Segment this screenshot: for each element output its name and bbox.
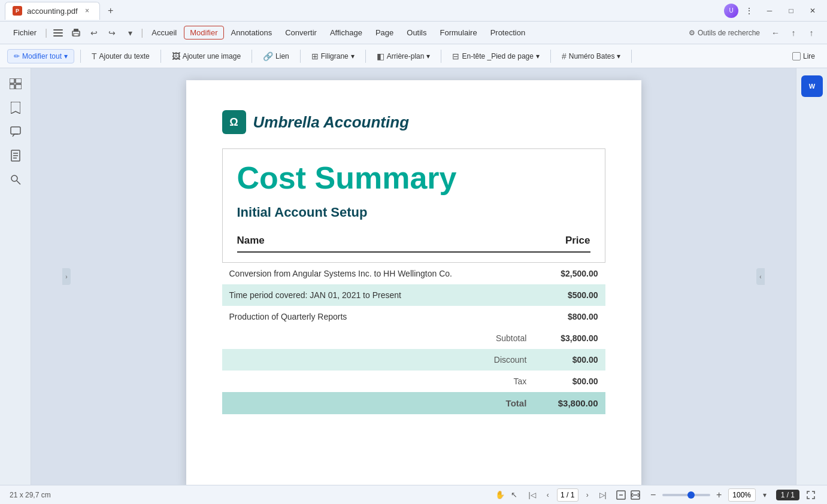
add-image-label: Ajouter une image [183,52,241,60]
sidebar-comment-icon[interactable] [5,121,26,142]
header-footer-button[interactable]: ⊟ En-tête _Pied de page ▾ [447,49,544,63]
header-footer-label: En-tête _Pied de page [462,52,533,60]
pdf-initial-account-setup: Initial Account Setup [237,205,590,220]
arrow-up-button[interactable]: ↑ [785,25,802,41]
table-row: Production of Quarterly Reports $800.00 [222,306,605,327]
menu-right-section: ⚙ Outils de recherche ← ↑ ↑ [684,25,820,41]
row-3-price: $800.00 [534,306,605,327]
svg-line-16 [17,181,20,184]
menu-convertir[interactable]: Convertir [279,26,323,40]
svg-rect-4 [74,29,78,32]
prev-page-button[interactable]: ‹ [541,488,555,502]
next-page-button[interactable]: › [581,488,594,502]
background-arrow-icon: ▾ [426,52,430,60]
close-tab-button[interactable]: × [83,6,92,16]
right-sidebar: W [796,68,827,485]
discount-label: Discount [222,349,534,371]
bates-button[interactable]: # Numéro Bates ▾ [557,49,626,63]
read-button[interactable]: Lire [787,50,820,63]
table-row: Time period covered: JAN 01, 2021 to Pre… [222,284,605,306]
maximize-button[interactable]: □ [781,2,801,19]
menu-affichage[interactable]: Affichage [324,26,368,40]
page-navigation: |◁ ‹ › ▷| [526,488,610,502]
svg-rect-2 [53,35,63,37]
add-image-button[interactable]: 🖼 Ajouter une image [167,49,246,63]
dropdown-button[interactable]: ▾ [122,25,138,41]
search-tools-button[interactable]: ⚙ Outils de recherche [684,26,765,40]
menu-protection[interactable]: Protection [484,26,532,40]
sidebar-toggle-button[interactable] [50,25,66,41]
dropdown-arrow-icon: ▾ [64,52,68,60]
background-icon: ◧ [377,51,384,61]
zoom-thumb[interactable] [687,491,695,499]
first-page-button[interactable]: |◁ [526,488,539,502]
link-button[interactable]: 🔗 Lien [258,49,294,63]
zoom-value-input[interactable] [728,488,756,502]
titlebar: P accounting.pdf × + U ⋮ ─ □ ✕ [0,0,827,22]
pdf-data-table: Conversion from Angular Systems Inc. to … [222,263,605,414]
new-tab-button[interactable]: + [102,2,119,19]
menu-page[interactable]: Page [369,26,399,40]
select-tool-button[interactable]: ↖ [508,488,521,502]
row-3-name: Production of Quarterly Reports [222,306,534,327]
total-value: $3,800.00 [534,392,605,414]
sidebar-bookmark-icon[interactable] [5,97,26,119]
print-button[interactable] [68,25,84,41]
pdf-logo-section: Ω Umbrella Accounting [222,110,605,134]
background-button[interactable]: ◧ Arrière-plan ▾ [372,49,435,63]
arrow-up2-button[interactable]: ↑ [803,25,820,41]
subtotal-row: Subtotal $3,800.00 [222,327,605,349]
page-dimensions: 21 x 29,7 cm [10,491,51,499]
pdf-title-box: Cost Summary Initial Account Setup Name … [222,148,605,263]
sidebar-pages-icon[interactable] [5,145,26,166]
background-label: Arrière-plan [387,52,425,60]
left-sidebar [0,68,31,485]
modify-all-button[interactable]: ✏ Modifier tout ▾ [7,49,74,63]
cursor-mode-buttons: ✋ ↖ [493,488,521,502]
expand-button[interactable] [804,488,817,502]
fit-page-button[interactable] [614,488,628,502]
total-label: Total [222,392,534,414]
zoom-dropdown-button[interactable]: ▾ [758,488,771,502]
minimize-button[interactable]: ─ [760,2,779,19]
undo-button[interactable]: ↩ [86,25,102,41]
zoom-out-button[interactable]: − [647,488,660,502]
zoom-in-button[interactable]: + [713,488,726,502]
browser-tab[interactable]: P accounting.pdf × [5,2,100,20]
menu-dots-button[interactable]: ⋮ [741,2,758,19]
toolbar: ✏ Modifier tout ▾ T Ajouter du texte 🖼 A… [0,44,827,68]
row-1-name: Conversion from Angular Systems Inc. to … [222,263,534,284]
file-menu[interactable]: Fichier [7,26,43,40]
menu-left-section: Fichier | ↩ ↪ ▾ [7,25,138,41]
menu-modifier[interactable]: Modifier [184,26,223,40]
close-window-button[interactable]: ✕ [803,2,822,19]
translate-button[interactable]: W [801,75,823,97]
titlebar-controls: U ⋮ ─ □ ✕ [724,2,822,19]
menu-annotations[interactable]: Annotations [225,26,278,40]
subtotal-label: Subtotal [222,327,534,349]
menu-accueil[interactable]: Accueil [146,26,183,40]
watermark-arrow-icon: ▾ [351,52,355,60]
fit-width-button[interactable] [629,488,642,502]
redo-button[interactable]: ↪ [104,25,120,41]
zoom-slider[interactable] [662,494,710,496]
last-page-button[interactable]: ▷| [596,488,610,502]
page-number-input[interactable] [557,488,578,502]
arrow-left-button[interactable]: ← [767,25,784,41]
link-icon: 🔗 [263,51,273,61]
toolbar-right: Lire [787,50,820,63]
sidebar-search-icon[interactable] [5,169,26,190]
left-panel-collapse-button[interactable]: › [62,268,71,285]
sidebar-panels-icon[interactable] [5,73,26,95]
menu-outils[interactable]: Outils [401,26,432,40]
add-text-button[interactable]: T Ajouter du texte [87,49,155,63]
right-panel-collapse-button[interactable]: ‹ [756,268,765,285]
user-avatar[interactable]: U [724,4,738,18]
menu-formulaire[interactable]: Formulaire [434,26,483,40]
search-tools-label: Outils de recherche [698,29,760,37]
pdf-company-name: Umbrella Accounting [253,113,410,132]
content-area[interactable]: › Ω Umbrella Accounting Cost Summary Ini… [31,68,796,485]
watermark-button[interactable]: ⊞ Filigrane ▾ [307,49,359,63]
hand-tool-button[interactable]: ✋ [493,488,507,502]
toolbar-sep-7 [550,50,551,63]
